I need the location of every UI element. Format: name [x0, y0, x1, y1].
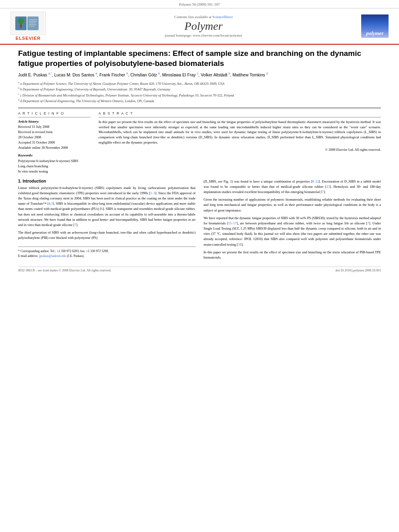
article-divider — [18, 108, 381, 108]
intro-section-title: 1. Introduction — [18, 179, 195, 183]
elsevier-logo-area: ELSEVIER — [8, 12, 48, 41]
bottom-bar: 0032-3861/$ – see front matter © 2008 El… — [18, 267, 381, 272]
received-revised-date: 28 October 2008 — [18, 135, 90, 140]
info-abstract-section: A R T I C L E I N F O Article history: R… — [18, 111, 381, 174]
intro-para-6: In this paper we present the first resul… — [204, 250, 381, 260]
polymer-logo-img: polymer — [361, 14, 389, 38]
journal-title: Polymer — [52, 20, 355, 33]
article-info-col: A R T I C L E I N F O Article history: R… — [18, 111, 90, 174]
sciencedirect-label: Contents lists available at ScienceDirec… — [52, 15, 355, 19]
affiliation-b: b b Department of Polymer Engineering, U… — [18, 86, 381, 92]
abstract-label: A B S T R A C T — [99, 111, 381, 115]
svg-rect-2 — [27, 16, 39, 30]
elsevier-icon — [10, 12, 46, 35]
keyword-1: Poly(styrene-b-isobutylene-b-styrene) SI… — [18, 158, 90, 164]
copyright-bottom: 0032-3861/$ – see front matter © 2008 El… — [18, 269, 111, 272]
keywords-label: Keywords: — [18, 153, 90, 157]
body-right-col: (D_SIBS, see Fig. 1) was found to have a… — [204, 179, 381, 263]
journal-homepage: journal homepage: www.elsevier.com/locat… — [52, 33, 355, 37]
accepted-date: Accepted 31 October 2008 — [18, 140, 90, 145]
polymer-logo-area: polymer — [359, 14, 391, 38]
article-title: Fatigue testing of implantable specimens… — [18, 49, 381, 68]
footnote-email: E-mail address: jpuskas@uakron.edu (J.E.… — [18, 254, 195, 259]
received-date: Received 31 July 2008 — [18, 125, 90, 129]
elsevier-brand-text: ELSEVIER — [16, 36, 41, 41]
citation-text: Polymer 50 (2009) 591–597 — [179, 2, 220, 6]
available-online: Available online 30 November 2008 — [18, 146, 90, 150]
intro-para-3: (D_SIBS, see Fig. 1) was found to have a… — [204, 179, 381, 195]
affiliation-a: a a Department of Polymer Science, The U… — [18, 81, 381, 86]
keywords-section: Keywords: Poly(styrene-b-isobutylene-b-s… — [18, 153, 90, 174]
intro-para-4: Given the increasing number of applicati… — [204, 197, 381, 213]
abstract-divider — [99, 117, 381, 117]
body-content: 1. Introduction Linear triblock poly(sty… — [18, 179, 381, 263]
article-info-label: A R T I C L E I N F O — [18, 111, 90, 115]
page: Polymer 50 (2009) 591–597 — [0, 0, 399, 532]
authors: Judit E. Puskas a,*, Lucas M. Dos Santos… — [18, 72, 381, 78]
abstract-text: In this paper we present the first resul… — [99, 119, 381, 145]
sciencedirect-link[interactable]: ScienceDirect — [212, 15, 232, 19]
intro-para-1: Linear triblock poly(styrene-b-isobutyle… — [18, 185, 195, 228]
info-divider — [18, 117, 90, 117]
journal-citation: Polymer 50 (2009) 591–597 — [0, 0, 399, 8]
keyword-3: In vitro tensile testing — [18, 169, 90, 174]
body-left-col: 1. Introduction Linear triblock poly(sty… — [18, 179, 195, 263]
footnote-area: * Corresponding author. Tel.: +1 330 972… — [18, 246, 195, 259]
received-revised-label: Received in revised form — [18, 130, 90, 135]
article-content: Fatigue testing of implantable specimens… — [0, 45, 399, 280]
polymer-logo-text: polymer — [366, 30, 383, 37]
copyright: © 2008 Elsevier Ltd. All rights reserved… — [99, 148, 381, 152]
svg-point-4 — [19, 21, 23, 25]
journal-center: Contents lists available at ScienceDirec… — [52, 15, 355, 37]
intro-para-5: We have reported that the dynamic fatigu… — [204, 216, 381, 247]
footnote-corresponding: * Corresponding author. Tel.: +1 330 972… — [18, 249, 195, 254]
keyword-2: Long chain branching — [18, 164, 90, 169]
article-history: Article history: Received 31 July 2008 R… — [18, 119, 90, 150]
intro-para-2: The third generation of SIBS with an arb… — [18, 230, 195, 240]
abstract-col: A B S T R A C T In this paper we present… — [99, 111, 381, 174]
history-label: Article history: — [18, 119, 90, 123]
affiliations: a a Department of Polymer Science, The U… — [18, 81, 381, 104]
doi: doi:10.1016/j.polymer.2008.10.061 — [335, 269, 381, 272]
affiliation-d: d d Department of Chemical Engineering, … — [18, 98, 381, 104]
body-two-col: 1. Introduction Linear triblock poly(sty… — [18, 179, 381, 263]
svg-rect-5 — [20, 25, 22, 28]
affiliation-c: c c Division of Biomaterials and Microbi… — [18, 92, 381, 98]
journal-header: ELSEVIER Contents lists available at Sci… — [0, 8, 399, 45]
